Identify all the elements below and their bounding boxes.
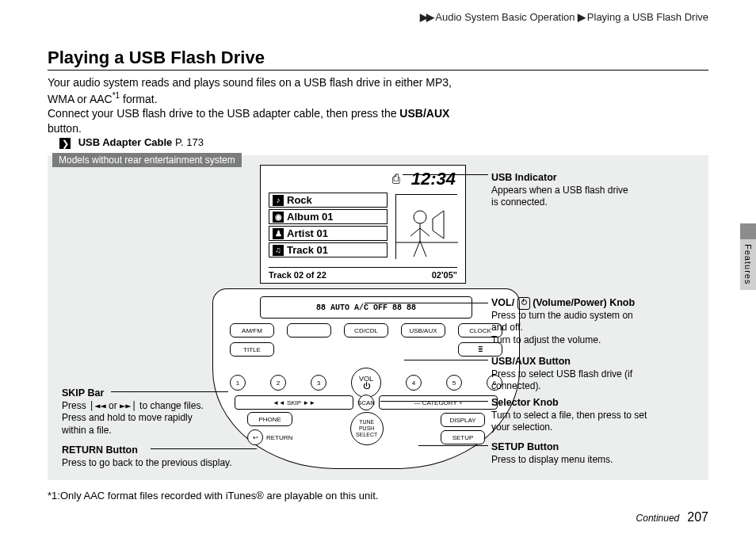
lcd-artist: Artist 01 [287,227,328,239]
category-bar[interactable]: — CATEGORY + [379,395,498,410]
lcd-row-album: ◉Album 01 [269,209,388,224]
intro-l2a: Connect your USB flash drive to the USB … [48,107,399,120]
preset-3[interactable]: 3 [311,375,326,391]
lcd-row-artist: ♟Artist 01 [269,226,388,241]
breadcrumb-icon: ▶▶ [420,11,433,23]
skip-b1c: to change files. [137,400,204,411]
preset-5[interactable]: 5 [446,375,462,391]
usbaux-button[interactable]: USB/AUX [401,323,445,338]
xref-icon: ❯ [59,138,71,149]
side-tab: Features [740,239,756,290]
callout-return: RETURN Button Press to go back to the pr… [62,444,268,469]
usb-indicator-icon: ⎙ [392,172,400,186]
callout-usbaux: USB/AUX Button Press to select USB flash… [491,355,697,393]
usbaux-b1: Press to select USB flash drive (if [491,368,632,380]
vol-power-knob[interactable]: VOL⏻ [351,368,381,398]
callout-selector: Selector Knob Turn to select a file, the… [491,396,705,434]
xref-label: USB Adapter Cable [78,136,173,148]
callout-skip: SKIP Bar Press |◄◄ or ►►| to change file… [62,387,220,437]
head-unit: 88 AUTO A/C OFF 88 88 AM/FM CD/CDL USB/A… [212,288,520,469]
page-foot: Continued 207 [636,510,708,524]
artist-icon: ♟ [273,228,284,239]
intro-l2bold: USB/AUX [399,107,449,120]
vol-t2: (Volume/Power) Knob [530,297,635,308]
intro-l1c: format. [120,93,157,105]
hu-display: 88 AUTO A/C OFF 88 88 [260,296,472,318]
leader-usb [403,174,488,175]
intro-l1b: WMA or AAC [48,93,113,105]
intro-text: Your audio system reads and plays sound … [48,75,708,136]
xref-page: P. 173 [175,136,204,148]
display-button[interactable]: DISPLAY [441,413,485,427]
vol-b3: Turn to adjust the volume. [491,334,601,345]
skip-bar[interactable]: ◄◄ SKIP ►► [235,395,353,410]
intro-l1a: Your audio system reads and plays sound … [48,76,452,89]
leader-usbaux [404,360,488,360]
preset-2[interactable]: 2 [270,375,286,391]
title-button[interactable]: TITLE [230,342,274,357]
footnote: *1:Only AAC format files recorded with i… [48,490,378,502]
phone-button[interactable]: PHONE [247,412,292,426]
lcd-clock: 12:34 [411,169,456,189]
vol-t1: VOL/ [491,297,517,308]
skip-b1a: Press [62,400,89,411]
amfm-button[interactable]: AM/FM [230,323,274,338]
usb-ind-title: USB Indicator [491,172,557,183]
setup-button[interactable]: SETUP [441,430,485,444]
album-icon: ◉ [273,212,284,223]
skip-next-icon: ►►| [120,400,137,411]
lcd-footer: Track 02 of 22 02'05" [269,267,457,280]
leader-setup [418,445,488,446]
callout-vol: VOL/ (Volume/Power) Knob Press to turn t… [491,296,697,346]
continued-label: Continued [636,513,680,524]
return-button[interactable]: ↩ [247,429,263,445]
vol-b2: and off. [491,322,523,333]
breadcrumb-page: Playing a USB Flash Drive [587,11,708,23]
blank-button[interactable] [287,323,331,338]
breadcrumb: ▶▶ Audio System Basic Operation ▶ Playin… [420,11,708,23]
lcd-album: Album 01 [287,211,334,223]
lcd-row-track: ♫Track 01 [269,242,388,257]
skip-b2b: within a file. [62,425,112,436]
usb-ind-l1: Appears when a USB flash drive [491,185,628,196]
sel-b1: Turn to select a file, then press to set [491,410,647,421]
hu-display-text: 88 AUTO A/C OFF 88 88 [316,303,416,312]
usb-ind-l2: is connected. [491,196,548,208]
cd-button[interactable]: CD/CDL [344,323,388,338]
genre-icon: ♪ [273,195,284,206]
lcd-screen: ⎙ 12:34 ♪Rock ◉Album 01 ♟Artist 01 ♫Trac… [260,165,466,284]
skip-prev-icon: |◄◄ [89,400,106,411]
callout-usb-indicator: USB Indicator Appears when a USB flash d… [491,171,675,209]
leader-vol [365,303,488,303]
return-label: RETURN [266,434,292,441]
xref: ❯ USB Adapter Cable P. 173 [59,136,204,149]
illustration-panel: Models without rear entertainment system… [48,155,708,480]
lcd-track: Track 01 [287,244,328,256]
panel-tag: Models without rear entertainment system [52,153,242,167]
track-icon: ♫ [273,245,284,256]
callout-setup: SETUP Button Press to display menu items… [491,441,697,466]
svg-rect-0 [396,195,458,260]
usbaux-b2: connected). [491,380,541,391]
skip-b2a: Press and hold to move rapidly [62,412,193,423]
lcd-genre: Rock [287,194,312,206]
preset-1[interactable]: 1 [230,375,246,391]
preset-4[interactable]: 4 [406,375,422,391]
title-rule [48,70,708,71]
lcd-album-art [395,194,457,259]
leader-sel [380,401,488,402]
breadcrumb-sep-icon: ▶ [578,11,584,23]
lcd-row-genre: ♪Rock [269,193,388,208]
skip-b1b: or [106,400,120,411]
sel-b2: your selection. [491,421,552,433]
lcd-track-count: Track 02 of 22 [269,270,326,280]
selector-knob[interactable]: TUNE PUSH SELECT [350,412,384,445]
breadcrumb-section: Audio System Basic Operation [435,11,575,23]
usbaux-t: USB/AUX Button [491,356,571,367]
setup-t: SETUP Button [491,441,559,452]
scan-button[interactable]: SCAN [358,395,374,410]
side-tab-accent [740,223,756,239]
return-t: RETURN Button [62,444,138,456]
page-number: 207 [687,510,708,524]
vol-b1: Press to turn the audio system on [491,310,633,321]
